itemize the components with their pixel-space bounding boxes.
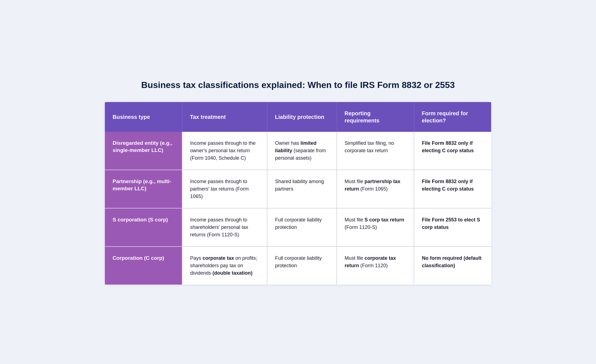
form-cell: File Form 8832 only if electing C corp s… — [414, 170, 491, 208]
business-type-label: Disregarded entity (e.g., single-member … — [113, 140, 172, 153]
form-text: File Form 2553 to elect S corp status — [422, 217, 480, 230]
liability-cell: Full corporate liability protection — [267, 208, 337, 247]
header-reporting-requirements: Reporting requirements — [337, 102, 414, 132]
business-type-label: Partnership (e.g., multi-member LLC) — [113, 178, 171, 192]
liability-text: Full corporate liability protection — [275, 217, 322, 230]
tax-treatment-cell: Pays corporate tax on profits; sharehold… — [182, 247, 267, 285]
business-type-cell: S corporation (S corp) — [105, 208, 182, 247]
reporting-text: Must file partnership tax return (Form 1… — [345, 179, 400, 192]
tax-bold2: (double taxation) — [212, 270, 252, 276]
reporting-bold: S corp tax return — [364, 217, 404, 223]
business-type-cell: Disregarded entity (e.g., single-member … — [105, 132, 182, 170]
reporting-text: Simplified tax filing, no corporate tax … — [345, 140, 394, 153]
liability-text: Owner has limited liability (separate fr… — [275, 140, 326, 161]
form-cell: File Form 8832 only if electing C corp s… — [414, 132, 491, 170]
liability-text: Full corporate liability protection — [275, 255, 322, 268]
form-cell: File Form 2553 to elect S corp status — [414, 208, 491, 247]
form-cell: No form required (default classification… — [414, 247, 491, 285]
reporting-cell: Must file partnership tax return (Form 1… — [337, 170, 414, 208]
table-wrapper: Business type Tax treatment Liability pr… — [105, 102, 491, 285]
business-type-cell: Corporation (C corp) — [105, 247, 182, 285]
business-type-cell: Partnership (e.g., multi-member LLC) — [105, 170, 182, 208]
tax-treatment-cell: Income passes through to the owner's per… — [182, 132, 267, 170]
reporting-cell: Must file S corp tax return (Form 1120-S… — [337, 208, 414, 247]
table-row: Partnership (e.g., multi-member LLC) Inc… — [105, 170, 491, 208]
comparison-table: Business type Tax treatment Liability pr… — [105, 102, 491, 285]
reporting-bold: corporate tax return — [345, 255, 396, 268]
form-text: File Form 8832 only if electing C corp s… — [422, 140, 474, 153]
tax-treatment-cell: Income passes through to shareholders' p… — [182, 208, 267, 247]
tax-treatment-cell: Income passes through to partners' tax r… — [182, 170, 267, 208]
tax-bold1: corporate tax — [203, 255, 234, 261]
form-text: File Form 8832 only if electing C corp s… — [422, 179, 474, 192]
table-row: S corporation (S corp) Income passes thr… — [105, 208, 491, 247]
table-row: Corporation (C corp) Pays corporate tax … — [105, 247, 491, 285]
tax-treatment-text: Income passes through to partners' tax r… — [190, 179, 249, 199]
page-title: Business tax classifications explained: … — [105, 79, 491, 91]
table-header-row: Business type Tax treatment Liability pr… — [105, 102, 491, 132]
liability-cell: Full corporate liability protection — [267, 247, 337, 285]
business-type-label: Corporation (C corp) — [113, 255, 164, 261]
liability-cell: Owner has limited liability (separate fr… — [267, 132, 337, 170]
reporting-text: Must file corporate tax return (Form 112… — [345, 255, 396, 268]
header-liability-protection: Liability protection — [267, 102, 337, 132]
reporting-cell: Must file corporate tax return (Form 112… — [337, 247, 414, 285]
reporting-cell: Simplified tax filing, no corporate tax … — [337, 132, 414, 170]
liability-cell: Shared liability among partners — [267, 170, 337, 208]
tax-treatment-text: Income passes through to the owner's per… — [190, 140, 256, 161]
liability-text: Shared liability among partners — [275, 179, 324, 192]
header-tax-treatment: Tax treatment — [182, 102, 267, 132]
header-business-type: Business type — [105, 102, 182, 132]
page-container: Business tax classifications explained: … — [105, 79, 491, 285]
tax-treatment-text: Income passes through to shareholders' p… — [190, 217, 248, 237]
form-text: No form required (default classification… — [422, 255, 481, 268]
reporting-bold: partnership tax return — [345, 179, 400, 192]
reporting-text: Must file S corp tax return (Form 1120-S… — [345, 217, 404, 230]
table-row: Disregarded entity (e.g., single-member … — [105, 132, 491, 170]
business-type-label: S corporation (S corp) — [113, 217, 168, 223]
tax-treatment-text: Pays corporate tax on profits; sharehold… — [190, 255, 257, 276]
header-form-required: Form required for election? — [414, 102, 491, 132]
liability-bold: limited liability — [275, 140, 316, 153]
